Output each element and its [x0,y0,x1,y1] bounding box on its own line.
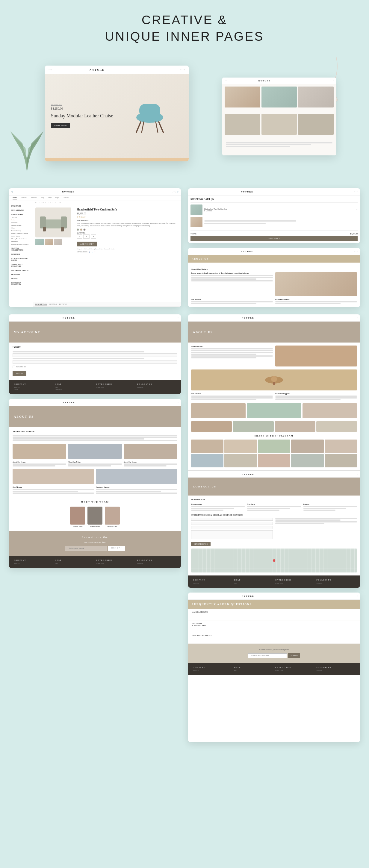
newsletter-submit-button[interactable]: SIGN UP > [108,546,125,551]
sidebar-item-modular[interactable]: Modular Seating [11,224,30,227]
tab-portfolio[interactable]: Portfolio [31,197,37,199]
tab-reviews[interactable]: REVIEWS [59,303,67,305]
email-field-container [12,351,177,357]
sidebar-category-small-space[interactable]: SMALL SPACE FURNITURE [11,263,30,268]
faq-title: FREQUENTLY ASKED QUESTIONS [192,603,252,606]
faq-search-row: SEARCH [193,653,355,658]
product-thumb-1[interactable] [35,239,44,245]
sidebar-item-chairs[interactable]: Chairs [11,227,30,229]
office-ny: New York [247,503,301,511]
sidebar-category-new-arrivals[interactable]: NEW ARRIVALS [11,209,30,212]
sidebar-item-chaise[interactable]: Chaise Lounges & Daybeds [11,232,30,235]
sidebar-item-sofas[interactable]: Sofas [11,219,30,221]
email-input[interactable] [12,353,177,357]
product-details: Heatherfield Two-Cushion Sofa $1,998.00 … [77,208,179,300]
quantity-minus[interactable]: − [77,235,82,239]
swatch-green[interactable] [77,228,79,231]
sidebar-item-chairs-benches[interactable]: Chairs, Benches & Stools [11,238,30,240]
sidebar-category-kitchen[interactable]: KITCHEN & DINING ROOM [11,257,30,262]
sidebar-category-bedroom[interactable]: BEDROOM [11,253,30,256]
instagram-item-1[interactable] [191,439,223,453]
color-swatches [77,228,179,231]
footer2-col-3: CATEGORIES Living Room [96,559,135,564]
sidebar-item-view-all[interactable]: View All [11,216,30,219]
checkout-button[interactable]: CHECKOUT [190,236,358,241]
tab-contact[interactable]: Contact [63,197,69,199]
tab-home[interactable]: Home [12,197,17,199]
share-facebook[interactable]: f [89,251,90,253]
svg-rect-12 [61,227,64,231]
instagram-item-6[interactable] [191,454,223,467]
remember-checkbox[interactable] [12,366,15,368]
faq-category-discounts: DISCOUNTS& PROMOTIONS [192,623,216,629]
sidebar-item-benches[interactable]: Benches, Poufs & Ottomans [11,243,30,246]
cart-item-info-2 [204,220,358,224]
newsletter-email-input[interactable] [65,546,107,551]
newsletter-input-row: SIGN UP > [14,546,176,551]
cart-remove-button[interactable]: × [356,208,358,211]
team-member-3: Member Name [105,506,120,528]
tab-details[interactable]: DETAILS [50,303,57,305]
faq-search-button[interactable]: SEARCH [288,653,300,658]
share-twitter[interactable]: t [92,251,92,253]
sidebar-category-outdoor[interactable]: OUTDOOR [11,273,30,276]
about-third-body: ABOUT OUR NYTURE [9,427,181,497]
cart-item-image-2 [190,217,203,227]
share-instagram[interactable]: ✦ [94,251,96,253]
swatch-tan[interactable] [80,228,82,231]
laptop-nav: ●●● NYTURE ≡ ♡ ⊕ [45,66,189,74]
contact-email-input[interactable] [191,522,273,525]
product-thumb-3[interactable] [54,239,62,245]
instagram-item-10[interactable] [325,454,357,467]
shop-now-button[interactable]: SHOP NOW [51,123,70,128]
sidebar-item-leather[interactable]: Leather Seating [11,229,30,232]
account-footer-2: COMPANY About Us HELP FAQ CATEGORIES Liv… [9,556,181,568]
contact-message-input[interactable] [191,530,273,539]
tab-blog[interactable]: Blog [41,197,44,199]
contact-phone-input[interactable] [191,526,273,529]
laptop-hero-content: $5,750.00 $4,250.00 Sunday Modular Leath… [45,74,189,158]
instagram-item-9[interactable] [291,454,324,467]
sidebar-category-entryway[interactable]: ENTRYWAY FURNITURE [11,281,30,286]
instagram-item-3[interactable] [258,439,290,453]
about-content: About Our Nyture Lorem ipsum is simply d… [188,265,360,307]
tab-pages[interactable]: Pages [55,197,59,199]
sidebar-category-living-room[interactable]: LIVING ROOM [11,213,30,216]
instagram-item-5[interactable] [325,439,357,453]
svg-rect-15 [273,382,275,385]
instagram-item-4[interactable] [291,439,324,453]
about-intro-image [275,345,357,367]
sidebar-item-coffee[interactable]: Coffee Tables [11,235,30,238]
product-sidebar: FURNITURE NEW ARRIVALS LIVING ROOM View … [9,201,33,307]
contact-submit-button[interactable]: SEND MESSAGE [191,542,211,546]
about-us-banner: ABOUT US [188,255,360,262]
instagram-item-8[interactable] [258,454,290,467]
tab-description[interactable]: DESCRIPTION [35,303,47,305]
instagram-item-2[interactable] [224,439,257,453]
contact-body: OUR OFFICES Headquarters New York [188,496,360,576]
swatch-grey[interactable] [83,228,86,231]
sidebar-category-bathroom[interactable]: BATHROOM VANITIES [11,269,30,272]
sidebar-item-end-tables[interactable]: End Tables [11,240,30,243]
product-thumb-2[interactable] [44,239,53,245]
contact-name-input[interactable] [191,518,273,521]
about-text-col-1: About Our Nyture [12,461,66,466]
password-input[interactable] [12,360,177,364]
tab-elements[interactable]: Elements [21,197,27,199]
add-to-cart-button[interactable]: ADD TO CART [77,242,97,246]
faq-search-input[interactable] [248,653,287,658]
about-text-col-2: About Our Nyture [68,461,122,466]
sidebar-category-office[interactable]: OFFICE [11,277,30,280]
account-nav: NYTURE ≡ [9,314,181,321]
faq-nav: NYTURE ≡ [188,593,360,600]
sidebar-item-sectionals[interactable]: Sectionals [11,221,30,224]
contact-nav: NYTURE ≡ [188,470,360,477]
instagram-item-7[interactable] [224,454,257,467]
quantity-plus[interactable]: + [91,235,96,239]
tab-shop[interactable]: Shop [48,197,52,199]
my-account-mockup: NYTURE ≡ MY ACCOUNT LOGIN [9,314,181,394]
sidebar-category-seating[interactable]: SEATING COLLECTIONS [11,247,30,251]
login-button[interactable]: LOGIN [12,371,26,376]
about-nyture-heading: ABOUT OUR NYTURE [12,431,177,433]
sidebar-category-furniture[interactable]: FURNITURE [11,205,30,208]
